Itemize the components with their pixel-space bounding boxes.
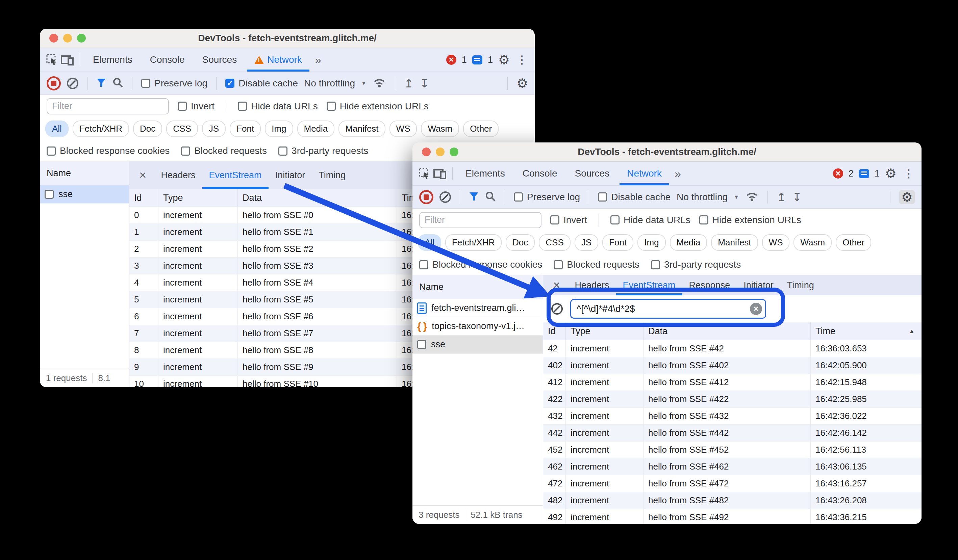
checkbox-unchecked[interactable] [278,147,287,156]
filter-input[interactable] [419,212,541,228]
detail-tab[interactable]: Timing [780,275,821,295]
checkbox-unchecked[interactable] [44,190,54,199]
resource-chip[interactable]: Media [670,234,707,251]
resource-chip[interactable]: Other [836,234,871,251]
header-type[interactable]: Type [566,323,644,340]
detail-tab[interactable]: Initiator [268,161,312,189]
resource-chip[interactable]: Img [265,120,293,137]
resource-chip[interactable]: Doc [133,120,162,137]
close-icon[interactable]: ✕ [133,170,153,181]
tab-sources[interactable]: Sources [567,162,617,185]
search-icon[interactable] [113,77,123,89]
device-toolbar-icon[interactable] [433,168,447,179]
blocked-response-cookies-checkbox[interactable]: Blocked response cookies [47,146,170,156]
checkbox-unchecked[interactable] [550,215,559,225]
tab-elements[interactable]: Elements [458,162,512,185]
table-row[interactable]: 462 increment hello from SSE #462 16:43:… [543,459,922,475]
checkbox-unchecked[interactable] [178,101,187,111]
maximize-window-button[interactable] [77,34,86,43]
inspect-element-icon[interactable] [46,54,58,66]
error-badge-icon[interactable]: ✕ [446,55,456,65]
minimize-window-button[interactable] [436,147,444,156]
minimize-window-button[interactable] [63,34,72,43]
clear-network-log-icon[interactable] [439,191,451,203]
record-network-log-icon[interactable] [47,76,61,90]
export-har-icon[interactable]: ↧ [792,190,802,204]
checkbox-unchecked[interactable] [611,215,620,225]
resource-chip[interactable]: Manifest [338,120,385,137]
hide-extension-urls-checkbox[interactable]: Hide extension URLs [699,215,801,226]
block-messages-icon[interactable] [551,303,563,315]
more-tabs-icon[interactable]: » [672,167,684,180]
maximize-window-button[interactable] [450,147,458,156]
name-column-header[interactable]: Name [40,161,129,185]
preserve-log-checkbox[interactable]: Preserve log [141,78,208,89]
detail-tab[interactable]: EventStream [202,161,268,189]
header-time[interactable]: Time ▲ [811,323,922,340]
table-row[interactable]: 432 increment hello from SSE #432 16:42:… [543,408,922,425]
filter-funnel-icon[interactable] [469,192,479,202]
resource-chip[interactable]: Doc [506,234,535,251]
table-row[interactable]: 492 increment hello from SSE #492 16:43:… [543,509,922,524]
clear-network-log-icon[interactable] [67,78,78,89]
checkbox-unchecked[interactable] [554,260,563,269]
resource-chip[interactable]: Fetch/XHR [445,234,502,251]
request-row-sse[interactable]: sse [412,335,543,354]
disable-cache-checkbox[interactable]: Disable cache [598,192,671,202]
resource-chip[interactable]: Media [297,120,335,137]
checkbox-unchecked[interactable] [238,101,247,111]
table-row[interactable]: 402 increment hello from SSE #402 16:42:… [543,357,922,374]
header-type[interactable]: Type [159,189,238,207]
header-data[interactable]: Data [644,323,811,340]
import-har-icon[interactable]: ↥ [777,190,787,204]
close-window-button[interactable] [422,147,431,156]
blocked-requests-checkbox[interactable]: Blocked requests [554,259,639,270]
checkbox-unchecked[interactable] [141,79,150,88]
export-har-icon[interactable]: ↧ [420,77,429,90]
preserve-log-checkbox[interactable]: Preserve log [514,192,580,202]
close-icon[interactable]: ✕ [547,280,566,291]
table-row[interactable]: 412 increment hello from SSE #412 16:42:… [543,374,922,391]
table-row[interactable]: 472 increment hello from SSE #472 16:43:… [543,475,922,492]
third-party-requests-checkbox[interactable]: 3rd-party requests [651,259,741,270]
error-badge-icon[interactable]: ✕ [833,168,843,179]
tab-console[interactable]: Console [143,48,192,71]
checkbox-unchecked[interactable] [417,340,426,349]
settings-gear-icon[interactable]: ⚙ [498,53,510,66]
message-badge-icon[interactable] [859,169,869,178]
kebab-menu-icon[interactable]: ⋮ [902,167,915,180]
tab-console[interactable]: Console [515,162,565,185]
name-column-header[interactable]: Name [412,275,543,299]
table-row[interactable]: 482 increment hello from SSE #482 16:43:… [543,492,922,509]
checkbox-unchecked[interactable] [598,192,607,201]
blocked-response-cookies-checkbox[interactable]: Blocked response cookies [419,259,542,270]
network-conditions-icon[interactable] [373,77,386,90]
hide-extension-urls-checkbox[interactable]: Hide extension URLs [327,101,429,112]
eventstream-regex-input[interactable] [570,299,766,319]
checkbox-unchecked[interactable] [47,147,56,156]
table-row[interactable]: 42 increment hello from SSE #42 16:36:03… [543,340,922,357]
import-har-icon[interactable]: ↥ [404,77,414,90]
tab-network[interactable]: Network [620,162,669,185]
filter-funnel-icon[interactable] [96,78,106,89]
detail-tab[interactable]: Headers [154,161,202,189]
message-badge-icon[interactable] [472,55,482,65]
resource-chip[interactable]: Wasm [421,120,459,137]
clear-filter-icon[interactable]: ✕ [750,303,762,315]
search-icon[interactable] [485,191,496,203]
resource-chip[interactable]: All [45,120,68,137]
invert-checkbox[interactable]: Invert [178,101,214,112]
more-tabs-icon[interactable]: » [312,53,324,66]
resource-chip[interactable]: Manifest [711,234,758,251]
resource-chip[interactable]: JS [574,234,598,251]
resource-chip[interactable]: All [418,234,441,251]
detail-tab[interactable]: Headers [568,275,616,295]
tab-sources[interactable]: Sources [195,48,244,71]
resource-chip[interactable]: CSS [166,120,198,137]
resource-chip[interactable]: Font [230,120,261,137]
device-toolbar-icon[interactable] [61,54,74,65]
record-network-log-icon[interactable] [419,190,433,204]
resource-chip[interactable]: WS [762,234,790,251]
header-id[interactable]: Id [543,323,566,340]
tab-network[interactable]: Network [247,48,309,71]
